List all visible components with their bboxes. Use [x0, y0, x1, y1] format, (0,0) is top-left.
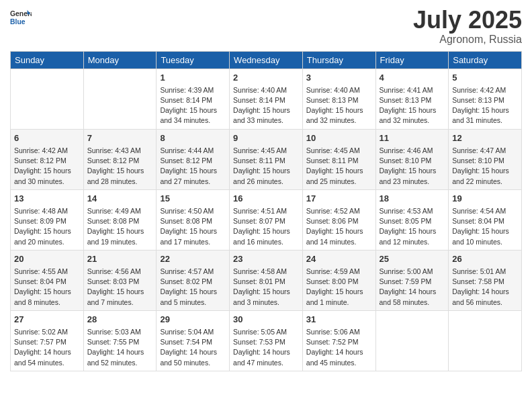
day-info: Sunrise: 4:47 AMSunset: 8:10 PMDaylight:…	[452, 146, 518, 187]
weekday-header-saturday: Saturday	[449, 51, 522, 68]
day-info: Sunrise: 5:02 AMSunset: 7:57 PMDaylight:…	[14, 327, 80, 368]
calendar-cell: 20 Sunrise: 4:55 AMSunset: 8:04 PMDaylig…	[11, 250, 84, 310]
day-number: 26	[452, 253, 518, 265]
day-info: Sunrise: 4:58 AMSunset: 8:01 PMDaylight:…	[233, 267, 299, 308]
calendar-cell: 15 Sunrise: 4:50 AMSunset: 8:08 PMDaylig…	[157, 189, 230, 250]
header: General Blue July 2025 Agronom, Russia	[10, 7, 522, 46]
calendar-cell: 10 Sunrise: 4:45 AMSunset: 8:11 PMDaylig…	[302, 129, 375, 189]
day-number: 1	[160, 72, 226, 84]
day-number: 30	[233, 314, 299, 326]
day-number: 13	[14, 193, 80, 205]
day-info: Sunrise: 4:45 AMSunset: 8:11 PMDaylight:…	[306, 146, 372, 187]
calendar-cell: 2 Sunrise: 4:40 AMSunset: 8:14 PMDayligh…	[230, 68, 303, 129]
day-info: Sunrise: 4:39 AMSunset: 8:14 PMDaylight:…	[160, 85, 226, 126]
day-number: 12	[452, 132, 518, 144]
day-info: Sunrise: 4:50 AMSunset: 8:08 PMDaylight:…	[160, 206, 226, 247]
title-block: July 2025 Agronom, Russia	[413, 7, 522, 46]
day-info: Sunrise: 4:40 AMSunset: 8:14 PMDaylight:…	[233, 85, 299, 126]
location-subtitle: Agronom, Russia	[413, 34, 522, 46]
day-info: Sunrise: 5:00 AMSunset: 7:59 PMDaylight:…	[380, 267, 445, 308]
day-info: Sunrise: 5:04 AMSunset: 7:54 PMDaylight:…	[160, 327, 226, 368]
calendar-cell: 30 Sunrise: 5:05 AMSunset: 7:53 PMDaylig…	[230, 310, 303, 371]
weekday-header-thursday: Thursday	[302, 51, 375, 68]
day-info: Sunrise: 4:55 AMSunset: 8:04 PMDaylight:…	[14, 267, 80, 308]
calendar-cell: 13 Sunrise: 4:48 AMSunset: 8:09 PMDaylig…	[11, 189, 84, 250]
day-info: Sunrise: 4:42 AMSunset: 8:13 PMDaylight:…	[452, 85, 518, 126]
calendar-cell: 11 Sunrise: 4:46 AMSunset: 8:10 PMDaylig…	[375, 129, 449, 189]
day-number: 28	[87, 314, 153, 326]
calendar-cell: 25 Sunrise: 5:00 AMSunset: 7:59 PMDaylig…	[375, 250, 449, 310]
calendar-cell: 22 Sunrise: 4:57 AMSunset: 8:02 PMDaylig…	[157, 250, 230, 310]
day-number: 6	[14, 132, 80, 144]
calendar-cell: 17 Sunrise: 4:52 AMSunset: 8:06 PMDaylig…	[302, 189, 375, 250]
calendar-cell: 9 Sunrise: 4:45 AMSunset: 8:11 PMDayligh…	[230, 129, 303, 189]
day-number: 22	[160, 253, 226, 265]
calendar-week-row: 20 Sunrise: 4:55 AMSunset: 8:04 PMDaylig…	[11, 250, 522, 310]
day-info: Sunrise: 4:51 AMSunset: 8:07 PMDaylight:…	[233, 206, 299, 247]
weekday-header-sunday: Sunday	[11, 51, 84, 68]
calendar-cell	[375, 310, 449, 371]
day-number: 31	[306, 314, 372, 326]
calendar-cell: 8 Sunrise: 4:44 AMSunset: 8:12 PMDayligh…	[157, 129, 230, 189]
day-info: Sunrise: 5:06 AMSunset: 7:52 PMDaylight:…	[306, 327, 372, 368]
day-number: 21	[87, 253, 153, 265]
weekday-header-monday: Monday	[83, 51, 157, 68]
calendar-table: SundayMondayTuesdayWednesdayThursdayFrid…	[10, 51, 522, 371]
day-number: 10	[306, 132, 372, 144]
calendar-page: General Blue July 2025 Agronom, Russia S…	[0, 0, 532, 411]
calendar-cell	[83, 68, 157, 129]
day-info: Sunrise: 5:05 AMSunset: 7:53 PMDaylight:…	[233, 327, 299, 368]
day-number: 23	[233, 253, 299, 265]
day-info: Sunrise: 4:42 AMSunset: 8:12 PMDaylight:…	[14, 146, 80, 187]
calendar-week-row: 6 Sunrise: 4:42 AMSunset: 8:12 PMDayligh…	[11, 129, 522, 189]
calendar-cell: 12 Sunrise: 4:47 AMSunset: 8:10 PMDaylig…	[449, 129, 522, 189]
calendar-cell: 6 Sunrise: 4:42 AMSunset: 8:12 PMDayligh…	[11, 129, 84, 189]
calendar-cell: 7 Sunrise: 4:43 AMSunset: 8:12 PMDayligh…	[83, 129, 157, 189]
day-number: 27	[14, 314, 80, 326]
day-info: Sunrise: 4:54 AMSunset: 8:04 PMDaylight:…	[452, 206, 518, 247]
svg-text:Blue: Blue	[10, 18, 26, 26]
day-info: Sunrise: 4:46 AMSunset: 8:10 PMDaylight:…	[380, 146, 445, 187]
calendar-cell: 31 Sunrise: 5:06 AMSunset: 7:52 PMDaylig…	[302, 310, 375, 371]
calendar-cell: 27 Sunrise: 5:02 AMSunset: 7:57 PMDaylig…	[11, 310, 84, 371]
day-number: 25	[380, 253, 445, 265]
day-info: Sunrise: 4:40 AMSunset: 8:13 PMDaylight:…	[306, 85, 372, 126]
calendar-cell	[11, 68, 84, 129]
calendar-week-row: 13 Sunrise: 4:48 AMSunset: 8:09 PMDaylig…	[11, 189, 522, 250]
calendar-cell: 14 Sunrise: 4:49 AMSunset: 8:08 PMDaylig…	[83, 189, 157, 250]
weekday-header-wednesday: Wednesday	[230, 51, 303, 68]
day-info: Sunrise: 4:59 AMSunset: 8:00 PMDaylight:…	[306, 267, 372, 308]
calendar-cell: 5 Sunrise: 4:42 AMSunset: 8:13 PMDayligh…	[449, 68, 522, 129]
day-info: Sunrise: 4:48 AMSunset: 8:09 PMDaylight:…	[14, 206, 80, 247]
calendar-cell: 26 Sunrise: 5:01 AMSunset: 7:58 PMDaylig…	[449, 250, 522, 310]
day-number: 24	[306, 253, 372, 265]
day-number: 16	[233, 193, 299, 205]
day-number: 20	[14, 253, 80, 265]
day-info: Sunrise: 4:52 AMSunset: 8:06 PMDaylight:…	[306, 206, 372, 247]
calendar-cell: 23 Sunrise: 4:58 AMSunset: 8:01 PMDaylig…	[230, 250, 303, 310]
day-info: Sunrise: 4:45 AMSunset: 8:11 PMDaylight:…	[233, 146, 299, 187]
calendar-cell: 28 Sunrise: 5:03 AMSunset: 7:55 PMDaylig…	[83, 310, 157, 371]
day-info: Sunrise: 5:01 AMSunset: 7:58 PMDaylight:…	[452, 267, 518, 308]
calendar-cell: 21 Sunrise: 4:56 AMSunset: 8:03 PMDaylig…	[83, 250, 157, 310]
calendar-week-row: 27 Sunrise: 5:02 AMSunset: 7:57 PMDaylig…	[11, 310, 522, 371]
day-number: 7	[87, 132, 153, 144]
calendar-cell: 24 Sunrise: 4:59 AMSunset: 8:00 PMDaylig…	[302, 250, 375, 310]
calendar-cell: 29 Sunrise: 5:04 AMSunset: 7:54 PMDaylig…	[157, 310, 230, 371]
month-title: July 2025	[413, 7, 522, 34]
day-number: 9	[233, 132, 299, 144]
calendar-cell: 4 Sunrise: 4:41 AMSunset: 8:13 PMDayligh…	[375, 68, 449, 129]
calendar-week-row: 1 Sunrise: 4:39 AMSunset: 8:14 PMDayligh…	[11, 68, 522, 129]
calendar-cell: 3 Sunrise: 4:40 AMSunset: 8:13 PMDayligh…	[302, 68, 375, 129]
weekday-header-row: SundayMondayTuesdayWednesdayThursdayFrid…	[11, 51, 522, 68]
day-number: 19	[452, 193, 518, 205]
day-info: Sunrise: 4:53 AMSunset: 8:05 PMDaylight:…	[380, 206, 445, 247]
day-info: Sunrise: 4:56 AMSunset: 8:03 PMDaylight:…	[87, 267, 153, 308]
calendar-cell: 19 Sunrise: 4:54 AMSunset: 8:04 PMDaylig…	[449, 189, 522, 250]
day-number: 29	[160, 314, 226, 326]
day-number: 14	[87, 193, 153, 205]
calendar-cell	[449, 310, 522, 371]
day-number: 18	[380, 193, 445, 205]
calendar-cell: 1 Sunrise: 4:39 AMSunset: 8:14 PMDayligh…	[157, 68, 230, 129]
day-number: 17	[306, 193, 372, 205]
